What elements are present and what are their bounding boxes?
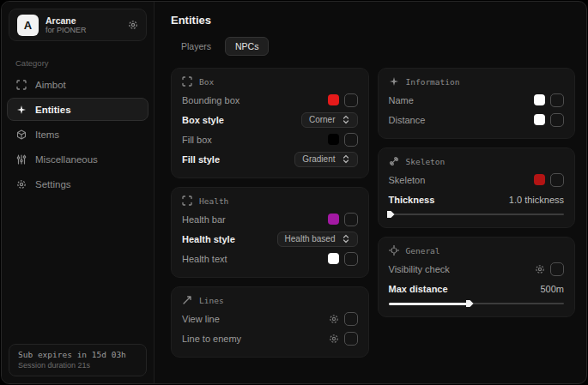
card-health: Health Health bar Health style Health ba… bbox=[171, 187, 369, 278]
sidebar-nav: Aimbot Entities Items Miscellaneous Sett… bbox=[2, 73, 154, 196]
entities-icon bbox=[16, 105, 27, 115]
chevron-up-down-icon bbox=[342, 234, 350, 244]
diagonal-line-icon bbox=[182, 295, 192, 305]
setting-row-visibility-check: Visibility check bbox=[389, 259, 565, 279]
card-information: Information Name Distance bbox=[378, 68, 576, 139]
sparkle-icon bbox=[389, 76, 399, 87]
visibility-check-checkbox[interactable] bbox=[550, 262, 564, 276]
card-box: Box Bounding box Box style Corner Fill b… bbox=[171, 68, 369, 178]
setting-label: Bounding box bbox=[182, 95, 239, 105]
setting-label: Fill style bbox=[182, 154, 220, 165]
gear-icon[interactable] bbox=[329, 334, 339, 344]
health-text-checkbox[interactable] bbox=[344, 252, 358, 266]
max-distance-slider[interactable] bbox=[389, 299, 565, 308]
setting-label: Name bbox=[389, 95, 414, 105]
setting-row-health-style: Health style Health based bbox=[182, 229, 358, 249]
card-lines: Lines View line Line to enemy bbox=[171, 286, 369, 358]
line-to-enemy-checkbox[interactable] bbox=[344, 332, 358, 346]
sidebar-item-miscellaneous[interactable]: Miscellaneous bbox=[7, 147, 149, 171]
sub-expiry-text: Sub expires in 15d 03h bbox=[18, 350, 137, 359]
sidebar-item-label: Miscellaneous bbox=[35, 154, 98, 165]
sidebar-item-label: Items bbox=[35, 129, 59, 140]
color-swatch[interactable] bbox=[534, 114, 545, 125]
setting-label: Fill box bbox=[182, 135, 212, 145]
page-title: Entities bbox=[171, 14, 575, 27]
skeleton-checkbox[interactable] bbox=[550, 173, 564, 187]
gear-icon[interactable] bbox=[535, 264, 545, 274]
bounding-box-checkbox[interactable] bbox=[344, 93, 358, 107]
chevron-up-down-icon bbox=[342, 154, 350, 164]
crosshair-scan-icon bbox=[16, 80, 27, 90]
setting-row-bounding-box: Bounding box bbox=[182, 90, 358, 110]
setting-row-health-text: Health text bbox=[182, 249, 358, 268]
app-name: Arcane bbox=[45, 15, 121, 26]
color-swatch[interactable] bbox=[328, 253, 339, 264]
sliders-icon bbox=[16, 154, 27, 165]
setting-label: Visibility check bbox=[389, 264, 450, 274]
setting-label: Health bar bbox=[182, 214, 226, 225]
category-label: Category bbox=[15, 58, 154, 68]
view-line-checkbox[interactable] bbox=[344, 312, 358, 326]
session-duration-text: Session duration 21s bbox=[18, 361, 137, 370]
card-title: Health bbox=[199, 196, 228, 206]
scan-brackets-icon bbox=[182, 196, 192, 206]
sidebar-item-label: Entities bbox=[35, 105, 71, 115]
setting-label: Line to enemy bbox=[182, 334, 241, 344]
tab-npcs[interactable]: NPCs bbox=[225, 37, 269, 56]
fill-box-checkbox[interactable] bbox=[344, 133, 358, 147]
select-value: Health based bbox=[285, 234, 336, 244]
slider-thumb[interactable] bbox=[466, 300, 474, 307]
app-subtitle: for PIONER bbox=[45, 26, 121, 34]
entity-tabs: Players NPCs bbox=[171, 37, 575, 56]
setting-label: Box style bbox=[182, 115, 224, 125]
box-style-select[interactable]: Corner bbox=[301, 112, 358, 128]
card-title: Skeleton bbox=[406, 157, 446, 166]
app-window: A Arcane for PIONER Category Aimbot Enti… bbox=[1, 1, 587, 384]
setting-row-name: Name bbox=[389, 90, 565, 110]
setting-row-line-to-enemy: Line to enemy bbox=[182, 328, 358, 348]
health-bar-checkbox[interactable] bbox=[344, 213, 358, 226]
distance-checkbox[interactable] bbox=[550, 113, 564, 127]
color-swatch[interactable] bbox=[534, 174, 545, 185]
setting-row-box-style: Box style Corner bbox=[182, 110, 358, 129]
card-title: Lines bbox=[199, 296, 224, 305]
gear-icon[interactable] bbox=[329, 314, 339, 324]
select-value: Corner bbox=[309, 115, 336, 124]
card-title: Information bbox=[406, 77, 460, 87]
setting-row-view-line: View line bbox=[182, 309, 358, 328]
chevron-up-down-icon bbox=[342, 115, 350, 124]
select-value: Gradient bbox=[302, 154, 335, 164]
max-distance-value: 500m bbox=[540, 284, 564, 294]
setting-label: Health text bbox=[182, 254, 227, 264]
sidebar-item-label: Settings bbox=[35, 179, 71, 189]
name-checkbox[interactable] bbox=[550, 93, 564, 107]
sidebar-item-aimbot[interactable]: Aimbot bbox=[7, 73, 149, 96]
color-swatch[interactable] bbox=[534, 94, 545, 105]
color-swatch[interactable] bbox=[328, 134, 339, 145]
color-swatch[interactable] bbox=[328, 94, 339, 105]
gear-icon[interactable] bbox=[128, 20, 138, 30]
scan-brackets-icon bbox=[182, 76, 192, 87]
setting-label: Distance bbox=[389, 115, 426, 125]
color-swatch[interactable] bbox=[328, 214, 339, 225]
package-icon bbox=[16, 129, 27, 140]
setting-row-fill-style: Fill style Gradient bbox=[182, 149, 358, 169]
bone-icon bbox=[389, 156, 399, 166]
setting-row-distance: Distance bbox=[389, 110, 565, 129]
health-style-select[interactable]: Health based bbox=[277, 232, 358, 247]
subscription-info: Sub expires in 15d 03h Session duration … bbox=[9, 344, 147, 376]
setting-label: View line bbox=[182, 314, 220, 324]
setting-label: Health style bbox=[182, 234, 235, 244]
slider-thumb[interactable] bbox=[387, 211, 395, 218]
sidebar-item-settings[interactable]: Settings bbox=[7, 172, 149, 196]
setting-label: Thickness bbox=[389, 195, 435, 205]
fill-style-select[interactable]: Gradient bbox=[294, 152, 357, 167]
sidebar-item-entities[interactable]: Entities bbox=[7, 98, 149, 121]
sidebar-item-items[interactable]: Items bbox=[7, 123, 149, 146]
card-general: General Visibility check Max distance 50… bbox=[378, 237, 576, 317]
tab-players[interactable]: Players bbox=[171, 37, 221, 56]
card-title: General bbox=[406, 246, 440, 256]
setting-row-health-bar: Health bar bbox=[182, 209, 358, 229]
card-title: Box bbox=[199, 77, 214, 87]
thickness-slider[interactable] bbox=[389, 210, 565, 219]
